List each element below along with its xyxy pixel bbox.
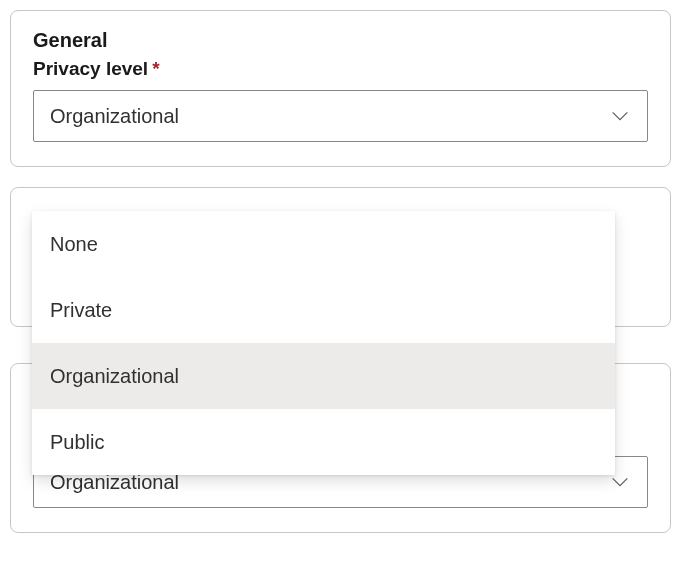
dropdown-option-private[interactable]: Private — [32, 277, 615, 343]
chevron-down-icon — [609, 105, 631, 127]
privacy-card-general: General Privacy level * Organizational — [10, 10, 671, 167]
field-label-row: Privacy level * — [33, 58, 648, 80]
section-title-general: General — [33, 29, 648, 52]
dropdown-option-public[interactable]: Public — [32, 409, 615, 475]
privacy-level-dropdown[interactable]: None Private Organizational Public — [32, 211, 615, 475]
privacy-card-stack: . Organizational None Private Organizati… — [10, 187, 671, 533]
dropdown-option-organizational[interactable]: Organizational — [32, 343, 615, 409]
privacy-level-select[interactable]: Organizational — [33, 90, 648, 142]
dropdown-option-none[interactable]: None — [32, 211, 615, 277]
field-label-privacy-level: Privacy level — [33, 58, 148, 80]
privacy-level-select-value: Organizational — [50, 105, 179, 128]
required-asterisk: * — [152, 58, 159, 80]
